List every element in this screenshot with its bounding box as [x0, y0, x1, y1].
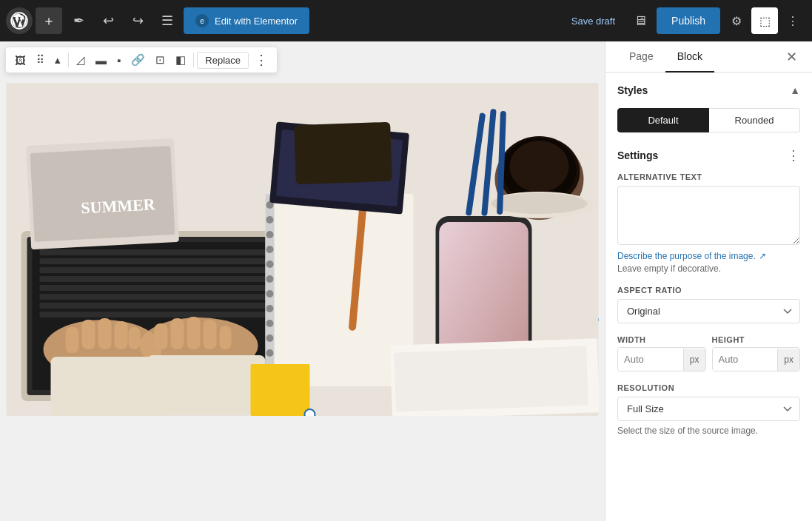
svg-rect-23 [187, 317, 201, 349]
page-tab[interactable]: Page [617, 41, 665, 73]
move-up-button[interactable]: ▴ [50, 50, 65, 70]
alt-text-input[interactable] [617, 186, 800, 245]
svg-rect-54 [294, 122, 392, 184]
overlay-icon: ◧ [175, 53, 186, 67]
link-button[interactable]: 🔗 [127, 50, 150, 70]
svg-point-32 [266, 231, 274, 238]
image-block: SUMMER NAME SURNAME [6, 83, 599, 419]
svg-text:SUMMER: SUMMER [81, 195, 156, 217]
svg-rect-10 [40, 285, 277, 291]
chevron-up-icon: ▲ [790, 84, 800, 96]
publish-label: Publish [671, 15, 705, 27]
resolution-label: RESOLUTION [617, 383, 800, 392]
chevron-up-icon: ▴ [55, 53, 61, 67]
more-horiz-icon: ⋮ [255, 53, 268, 67]
monitor-icon: 🖥 [634, 13, 647, 29]
settings-button[interactable]: ⚙ [723, 7, 750, 34]
panel-close-button[interactable]: ✕ [783, 47, 800, 67]
toolbar-divider [68, 53, 69, 67]
svg-point-60 [491, 193, 588, 214]
wp-logo[interactable] [6, 7, 33, 34]
more-options-image-button[interactable]: ⋮ [250, 50, 272, 70]
publish-button[interactable]: Publish [657, 7, 720, 34]
add-block-button[interactable]: ＋ [36, 7, 62, 34]
svg-rect-27 [147, 355, 266, 414]
svg-point-58 [510, 141, 569, 192]
aspect-ratio-select[interactable]: Original Square - 1:1 Standard - 4:3 Por… [617, 299, 800, 323]
svg-point-38 [266, 320, 274, 327]
svg-rect-66 [251, 364, 310, 416]
drag-handle-button[interactable]: ⠿ [32, 50, 49, 70]
alt-text-label: ALTERNATIVE TEXT [617, 172, 800, 181]
workspace-image: SUMMER NAME SURNAME [6, 83, 599, 416]
editor-area: 🖼 ⠿ ▴ ◿ ▬ ▪ 🔗 ⊡ [0, 41, 605, 521]
image-toolbar: 🖼 ⠿ ▴ ◿ ▬ ▪ 🔗 ⊡ [6, 47, 277, 73]
panel-tabs: Page Block ✕ [605, 41, 812, 73]
preview-button[interactable]: 🖥 [627, 7, 654, 34]
list-view-button[interactable]: ☰ [154, 7, 181, 34]
alt-text-link[interactable]: Describe the purpose of the image. ↗ [617, 251, 766, 261]
settings-more-button[interactable]: ⋮ [787, 147, 800, 164]
svg-rect-17 [82, 320, 95, 349]
top-bar: ＋ ✒ ↩ ↪ ☰ e Edit with Elementor Save dra… [0, 0, 812, 41]
align-center-icon: ▬ [95, 54, 107, 67]
svg-point-35 [266, 275, 274, 283]
edit-elementor-button[interactable]: e Edit with Elementor [184, 7, 309, 34]
svg-rect-8 [40, 267, 277, 273]
more-vertical-icon: ⋮ [787, 148, 800, 163]
style-buttons-group: Default Rounded [617, 108, 800, 132]
align-left-button[interactable]: ◿ [72, 50, 90, 70]
align-right-button[interactable]: ▪ [113, 51, 125, 70]
image-icon-button[interactable]: 🖼 [10, 51, 30, 70]
svg-rect-65 [394, 346, 588, 411]
elementor-logo-icon: e [195, 14, 209, 27]
svg-point-37 [266, 305, 274, 312]
external-link-icon: ↗ [759, 251, 766, 261]
drag-icon: ⠿ [36, 53, 44, 67]
overlay-button[interactable]: ◧ [171, 50, 190, 70]
resolution-select[interactable]: Thumbnail Medium Medium Large Large Full… [617, 397, 800, 421]
width-unit: px [683, 349, 705, 371]
svg-rect-18 [98, 318, 112, 349]
svg-rect-25 [220, 326, 232, 349]
styles-title: Styles [617, 84, 648, 96]
svg-rect-9 [40, 276, 277, 282]
alt-text-group: ALTERNATIVE TEXT Describe the purpose of… [617, 172, 800, 274]
close-icon: ✕ [786, 50, 797, 64]
svg-rect-19 [115, 321, 128, 349]
svg-rect-24 [204, 320, 217, 349]
triangle-icon: ◿ [76, 53, 85, 67]
save-draft-button[interactable]: Save draft [563, 7, 624, 34]
svg-rect-12 [40, 303, 277, 309]
rounded-style-button[interactable]: Rounded [709, 108, 800, 132]
svg-point-40 [266, 349, 274, 357]
save-draft-label: Save draft [571, 16, 615, 27]
redo-button[interactable]: ↪ [124, 7, 151, 34]
width-input[interactable] [618, 348, 683, 371]
height-unit: px [777, 349, 799, 371]
list-icon: ☰ [161, 13, 173, 29]
dimensions-labels: WIDTH HEIGHT [617, 335, 800, 344]
height-label: HEIGHT [712, 335, 801, 344]
top-bar-right-icons: ⚙ ⬚ ⋮ [723, 7, 806, 34]
styles-collapse-button[interactable]: ▲ [790, 84, 800, 96]
sidebar-toggle-button[interactable]: ⬚ [751, 7, 778, 34]
resolution-subtext: Select the size of the source image. [617, 426, 800, 436]
width-field: px [617, 347, 706, 372]
align-center-button[interactable]: ▬ [91, 51, 111, 70]
tools-button[interactable]: ✒ [65, 7, 92, 34]
crop-button[interactable]: ⊡ [151, 50, 170, 70]
more-options-button[interactable]: ⋮ [779, 7, 806, 34]
aspect-ratio-label: ASPECT RATIO [617, 286, 800, 295]
width-label: WIDTH [617, 335, 706, 344]
replace-button[interactable]: Replace [197, 52, 249, 69]
block-tab[interactable]: Block [665, 41, 714, 73]
undo-button[interactable]: ↩ [95, 7, 121, 34]
svg-point-34 [266, 260, 274, 268]
resolution-group: RESOLUTION Thumbnail Medium Medium Large… [617, 383, 800, 436]
image-icon: 🖼 [15, 54, 26, 67]
sidebar-icon: ⬚ [759, 14, 771, 28]
height-input[interactable] [713, 348, 778, 371]
svg-point-68 [305, 409, 315, 416]
default-style-button[interactable]: Default [617, 108, 709, 132]
